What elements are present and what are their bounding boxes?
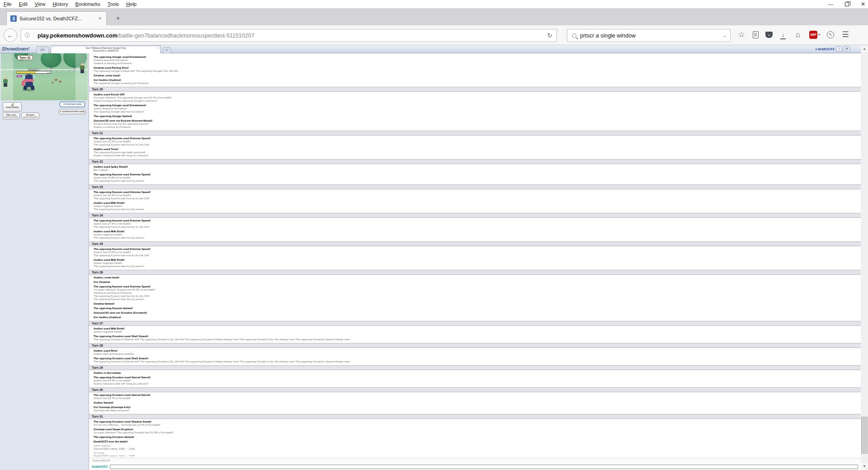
turn-header: Turn 28 — [89, 343, 861, 348]
log-line: Audino regained health! — [89, 262, 861, 265]
pokemon-showdown-page: Showdown! ⌂ Home [Gen 7] Balanced Hackmo… — [0, 45, 868, 470]
menu-history[interactable]: History — [49, 1, 71, 7]
menu-help[interactable]: Help — [123, 1, 140, 7]
showdown-favicon-icon: S — [10, 15, 17, 22]
menu-file[interactable]: File — [0, 1, 15, 7]
reload-icon[interactable]: ↻ — [543, 32, 557, 39]
turn-header: Turn 29 — [89, 365, 861, 370]
instant-replay-button[interactable]: ↺ Instant Replay — [3, 102, 22, 112]
log-line: Death2CFZ's rating: 1142 → 1158 — [89, 455, 861, 456]
search-icon — [572, 33, 576, 38]
menu-tools[interactable]: Tools — [104, 1, 123, 7]
browser-tab[interactable]: S Suicune152 vs. Death2CFZ... ✕ — [6, 11, 107, 25]
site-info-icon[interactable]: ⓘ — [21, 32, 34, 39]
new-tab-button[interactable]: + — [112, 14, 124, 24]
search-input[interactable] — [580, 33, 718, 39]
tab-close-icon[interactable]: ✕ — [97, 16, 103, 21]
greninja-sprite — [22, 74, 37, 91]
log-line: The opposing Groudon fainted! — [89, 436, 861, 439]
sound-button[interactable]: ♪ — [836, 46, 842, 52]
log-line: Audino used Knock Off! — [89, 93, 861, 96]
url-text[interactable]: play.pokemonshowdown.com/battle-gen7bala… — [34, 33, 543, 39]
pocket-icon[interactable]: ⌄ — [765, 32, 773, 38]
log-line: Audino lost 29.8% of its health! — [89, 176, 861, 179]
back-button[interactable]: ← — [4, 28, 17, 42]
showdown-logo: Showdown! — [2, 46, 30, 52]
showdown-header: Showdown! ⌂ Home [Gen 7] Balanced Hackmo… — [0, 45, 861, 53]
battle-tab-close-icon[interactable]: ✕ — [158, 47, 160, 49]
log-line: Audino used Milk Drink! — [89, 258, 861, 262]
sprite-head-bump — [23, 75, 25, 79]
log-line: The opposing Kyurem was hurt by poison! — [89, 208, 861, 211]
showdown-home-tab[interactable]: ⌂ Home — [36, 46, 49, 53]
download-replay-button[interactable]: ⬇ Download replay — [60, 102, 85, 107]
navigation-toolbar: ← ⓘ play.pokemonshowdown.com/battle-gen7… — [0, 25, 868, 45]
home-icon[interactable]: ⌂ — [793, 30, 802, 39]
hamburger-menu-icon[interactable]: ☰ — [841, 30, 850, 39]
menu-bookmarks[interactable]: Bookmarks — [72, 1, 104, 7]
scroll-up-icon[interactable]: ▲ — [861, 45, 868, 52]
menu-edit[interactable]: Edit — [15, 1, 31, 7]
main-menu-sub: (leaves this battle) — [3, 116, 19, 118]
main-menu-button[interactable]: Main menu (leaves this battle) — [3, 113, 20, 119]
log-line: Audino used Milk Drink! — [89, 202, 861, 205]
toolbar-icons: ☆ ⌄ ↓ ⌂ ABP ▾ ✎ ☰ — [737, 30, 850, 39]
search-go-icon[interactable]: → — [718, 32, 730, 39]
adblock-plus-button[interactable]: ABP ▾ — [809, 31, 820, 39]
pokemon-nameplate: Greninja ♂ 55% TOX — [16, 68, 52, 74]
hp-percent-label: 55% — [47, 71, 51, 74]
reading-list-icon[interactable] — [753, 31, 759, 38]
turn-header: Turn 21 — [89, 131, 861, 136]
scroll-down-icon[interactable]: ▼ — [861, 463, 868, 470]
rock — [54, 79, 57, 81]
close-window-button[interactable]: ✕ — [861, 1, 865, 7]
upload-replay-button[interactable]: ⬆ Upload and share replay — [59, 109, 86, 114]
username-link[interactable]: ♦ Death2CFZ — [816, 47, 835, 51]
log-line: The opposing Kyurem was hurt by its Life… — [89, 143, 861, 146]
log-line: The opposing Kyurem used Extreme Speed! — [89, 248, 861, 251]
rematch-button[interactable]: Rematch (leaves this battle) — [21, 113, 39, 119]
battle-log[interactable]: The opposing Gengar used Entrainment!Gir… — [89, 53, 861, 456]
chat-input[interactable] — [110, 465, 858, 469]
page-scrollbar[interactable]: ▲ ▼ — [861, 45, 868, 470]
log-line: Death2CFZ won the battle! — [89, 440, 861, 443]
extension-globe-icon[interactable]: ✎ — [827, 31, 834, 38]
log-line: The opposing Gengar used Entrainment! — [89, 56, 861, 59]
log-line: The opposing Kyurem was hurt by poison! — [89, 179, 861, 183]
scrollbar-thumb[interactable] — [861, 417, 868, 454]
turn-header: Turn 30 — [89, 387, 861, 392]
log-line: Audino is fast asleep. — [89, 371, 861, 375]
rock — [59, 80, 61, 83]
upload-replay-label: Upload and share replay — [62, 110, 85, 113]
log-line: Giratina used Parting Shot! — [89, 66, 861, 70]
log-line: Go! Greninja (Greninja-Ash)! — [89, 406, 861, 409]
showdown-userbar: ♦ Death2CFZ ♪ ⚙ — [816, 46, 850, 52]
log-line: The opposing Kyurem was hurt by poison! — [89, 298, 861, 301]
restore-button[interactable] — [845, 2, 849, 6]
log-line: The opposing Kyurem was hurt by its Life… — [89, 254, 861, 257]
log-line: The opposing Kyurem fainted! — [89, 307, 861, 310]
log-line: But it failed! — [89, 169, 861, 172]
turn-header: Turn 27 — [89, 321, 861, 326]
showdown-new-tab-button[interactable]: + — [163, 47, 171, 53]
downloads-icon[interactable]: ↓ — [779, 31, 787, 38]
settings-gear-button[interactable]: ⚙ — [844, 46, 850, 52]
bookmark-star-icon[interactable]: ☆ — [737, 30, 746, 39]
log-line: The opposing Gengar's Attack fell! The o… — [89, 70, 861, 73]
log-line: Audino, come back! — [89, 276, 861, 279]
abp-caret-icon: ▾ — [818, 33, 820, 37]
status-badge: TOX — [17, 75, 22, 77]
log-line: The opposing Gengar is exerting its Pres… — [89, 82, 861, 85]
search-bar[interactable]: → — [567, 29, 731, 42]
url-bar[interactable]: ⓘ play.pokemonshowdown.com/battle-gen7ba… — [21, 29, 557, 42]
log-line: The opposing Groudon used Sacred Sword! — [89, 376, 861, 379]
log-line: The opposing Gengar fainted! — [89, 115, 861, 118]
log-line: It's super effective! Giratina lost 64.3… — [89, 288, 861, 291]
showdown-battle-tab[interactable]: [Gen 7] Balanced Hackmons (Suspect Test)… — [51, 46, 161, 53]
chat-note: Suicune152 left. — [89, 458, 861, 463]
log-line: Giratina, come back! — [89, 74, 861, 77]
log-line: Greninja was badly poisoned! — [89, 409, 861, 412]
log-line: The opposing Kyurem used Extreme Speed! — [89, 173, 861, 176]
menu-view[interactable]: View — [31, 1, 49, 7]
minimize-button[interactable]: — — [828, 1, 833, 7]
